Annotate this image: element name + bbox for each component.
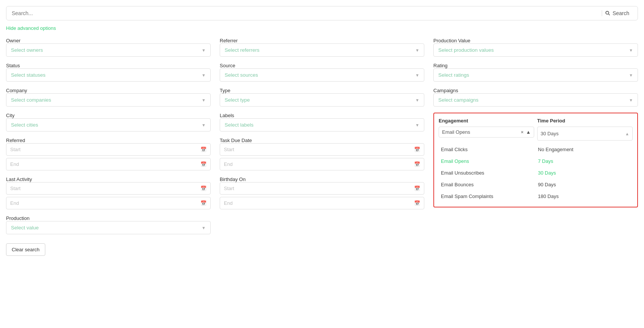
owner-label: Owner bbox=[6, 38, 211, 43]
birthday-on-group: Birthday On Start 📅 End 📅 bbox=[220, 176, 424, 209]
referred-label: Referred bbox=[6, 138, 211, 143]
engagement-panel: Engagement Time Period Email Opens × ▲ 3… bbox=[433, 113, 638, 207]
status-select[interactable]: Select statuses ▼ bbox=[6, 68, 211, 82]
production-label: Production bbox=[6, 215, 211, 221]
engagement-options-grid: Email Clicks No Engagement Email Opens 7… bbox=[439, 144, 633, 202]
time-7-days[interactable]: 7 Days bbox=[536, 155, 633, 167]
search-bar: Search bbox=[6, 6, 638, 20]
time-period-select[interactable]: 30 Days ▲ bbox=[537, 127, 633, 141]
chevron-down-icon: ▼ bbox=[629, 73, 633, 77]
calendar-icon: 📅 bbox=[414, 186, 420, 191]
production-select[interactable]: Select value ▼ bbox=[6, 221, 211, 234]
clear-search-container: Clear search bbox=[6, 242, 638, 256]
filter-labels: Labels Select labels ▼ bbox=[220, 113, 424, 132]
filter-status: Status Select statuses ▼ bbox=[6, 63, 211, 82]
birthday-label: Birthday On bbox=[220, 176, 424, 182]
chevron-down-icon: ▼ bbox=[415, 48, 419, 53]
clear-search-button[interactable]: Clear search bbox=[6, 243, 45, 256]
last-activity-label: Last Activity bbox=[6, 176, 211, 182]
status-label: Status bbox=[6, 63, 211, 68]
chevron-down-icon: ▼ bbox=[629, 48, 633, 53]
search-input[interactable] bbox=[12, 10, 599, 16]
chevron-down-icon: ▼ bbox=[202, 73, 206, 77]
engagement-header-label: Engagement bbox=[439, 118, 534, 124]
chevron-down-icon: ▼ bbox=[202, 48, 206, 53]
city-label: City bbox=[6, 113, 211, 118]
search-button[interactable]: Search bbox=[602, 10, 632, 16]
filter-production-value: Production Value Select production value… bbox=[433, 38, 638, 57]
task-start[interactable]: Start 📅 bbox=[220, 143, 424, 156]
filter-company: Company Select companies ▼ bbox=[6, 88, 211, 107]
labels-label: Labels bbox=[220, 113, 424, 118]
time-period-value: 30 Days bbox=[541, 131, 559, 136]
rating-label: Rating bbox=[433, 63, 638, 68]
task-due-date-group: Task Due Date Start 📅 End 📅 bbox=[220, 138, 424, 170]
time-90-days[interactable]: 90 Days bbox=[536, 179, 633, 190]
last-activity-group: Last Activity Start 📅 End 📅 bbox=[6, 176, 211, 209]
chevron-down-icon: ▼ bbox=[629, 98, 633, 102]
company-select[interactable]: Select companies ▼ bbox=[6, 93, 211, 107]
chevron-down-icon: ▼ bbox=[202, 98, 206, 102]
company-label: Company bbox=[6, 88, 211, 93]
type-label: Type bbox=[220, 88, 424, 93]
time-period-header-label: Time Period bbox=[537, 118, 633, 124]
task-due-label: Task Due Date bbox=[220, 138, 424, 143]
filter-type: Type Select type ▼ bbox=[220, 88, 424, 107]
engagement-email-clicks[interactable]: Email Clicks bbox=[439, 144, 536, 155]
search-icon bbox=[605, 11, 610, 16]
engagement-email-unsubscribes[interactable]: Email Unsubscribes bbox=[439, 167, 536, 179]
svg-line-1 bbox=[609, 14, 610, 15]
chevron-down-icon: ▼ bbox=[415, 73, 419, 77]
source-select[interactable]: Select sources ▼ bbox=[220, 68, 424, 82]
labels-select[interactable]: Select labels ▼ bbox=[220, 118, 424, 132]
chevron-down-icon: ▼ bbox=[202, 123, 206, 127]
calendar-icon: 📅 bbox=[200, 161, 206, 167]
birthday-end[interactable]: End 📅 bbox=[220, 197, 424, 209]
referrer-select[interactable]: Select referrers ▼ bbox=[220, 43, 424, 57]
last-activity-start[interactable]: Start 📅 bbox=[6, 182, 211, 195]
search-button-label: Search bbox=[613, 10, 629, 16]
filter-source: Source Select sources ▼ bbox=[220, 63, 424, 82]
referred-start[interactable]: Start 📅 bbox=[6, 143, 211, 156]
engagement-email-spam[interactable]: Email Spam Complaints bbox=[439, 190, 536, 202]
time-30-days[interactable]: 30 Days bbox=[536, 167, 633, 179]
engagement-email-bounces[interactable]: Email Bounces bbox=[439, 179, 536, 190]
rating-select[interactable]: Select ratings ▼ bbox=[433, 68, 638, 82]
hide-advanced-toggle[interactable]: Hide advanced options bbox=[6, 25, 56, 31]
filter-referrer: Referrer Select referrers ▼ bbox=[220, 38, 424, 57]
time-180-days[interactable]: 180 Days bbox=[536, 190, 633, 202]
task-end[interactable]: End 📅 bbox=[220, 158, 424, 170]
referred-group: Referred Start 📅 End 📅 bbox=[6, 138, 211, 170]
production-value-label: Production Value bbox=[433, 38, 638, 43]
referred-end[interactable]: End 📅 bbox=[6, 158, 211, 170]
calendar-icon: 📅 bbox=[414, 147, 420, 152]
calendar-icon: 📅 bbox=[200, 147, 206, 152]
engagement-selected-value: Email Opens bbox=[442, 129, 521, 135]
engagement-selected[interactable]: Email Opens × ▲ bbox=[439, 127, 534, 138]
calendar-icon: 📅 bbox=[200, 200, 206, 206]
chevron-up-icon[interactable]: ▲ bbox=[526, 129, 531, 135]
clear-engagement-icon[interactable]: × bbox=[521, 129, 524, 135]
city-select[interactable]: Select cities ▼ bbox=[6, 118, 211, 132]
filter-city: City Select cities ▼ bbox=[6, 113, 211, 132]
filter-campaigns: Campaigns Select campaigns ▼ bbox=[433, 88, 638, 107]
chevron-down-icon: ▼ bbox=[202, 226, 206, 230]
type-select[interactable]: Select type ▼ bbox=[220, 93, 424, 107]
campaigns-select[interactable]: Select campaigns ▼ bbox=[433, 93, 638, 107]
chevron-down-icon: ▼ bbox=[415, 98, 419, 102]
referrer-label: Referrer bbox=[220, 38, 424, 43]
chevron-down-icon: ▼ bbox=[415, 123, 419, 127]
calendar-icon: 📅 bbox=[414, 200, 420, 206]
filter-rating: Rating Select ratings ▼ bbox=[433, 63, 638, 82]
birthday-start[interactable]: Start 📅 bbox=[220, 182, 424, 195]
owner-select[interactable]: Select owners ▼ bbox=[6, 43, 211, 57]
time-no-engagement[interactable]: No Engagement bbox=[536, 144, 633, 155]
production-value-select[interactable]: Select production values ▼ bbox=[433, 43, 638, 57]
calendar-icon: 📅 bbox=[414, 161, 420, 167]
last-activity-end[interactable]: End 📅 bbox=[6, 197, 211, 209]
filter-owner: Owner Select owners ▼ bbox=[6, 38, 211, 57]
engagement-controls: × ▲ bbox=[521, 129, 531, 135]
source-label: Source bbox=[220, 63, 424, 68]
engagement-email-opens[interactable]: Email Opens bbox=[439, 155, 536, 167]
campaigns-label: Campaigns bbox=[433, 88, 638, 93]
